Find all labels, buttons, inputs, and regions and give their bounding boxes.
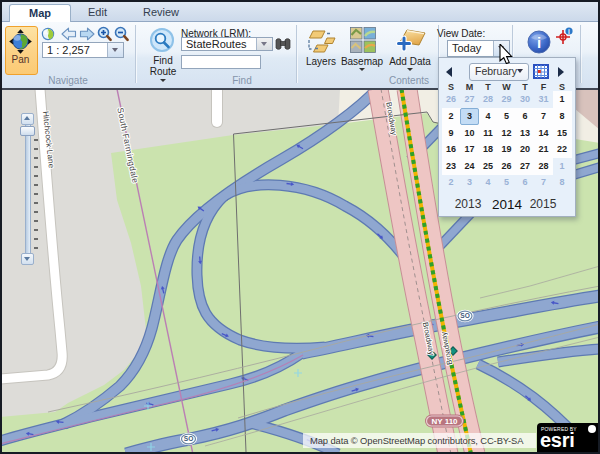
svg-text:NY 110: NY 110: [431, 417, 458, 426]
svg-text:i: i: [568, 28, 570, 35]
svg-text:SO: SO: [460, 312, 470, 319]
svg-text:SO: SO: [184, 435, 194, 442]
svg-text:i: i: [537, 34, 541, 51]
